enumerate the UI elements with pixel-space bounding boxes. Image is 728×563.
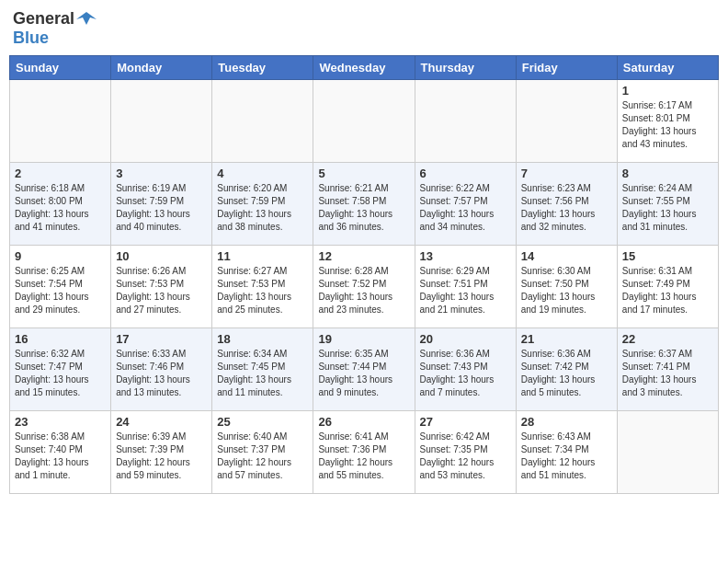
day-number: 26 — [318, 415, 409, 429]
day-info: Sunrise: 6:37 AM Sunset: 7:41 PM Dayligh… — [622, 348, 713, 399]
weekday-header-friday: Friday — [516, 56, 617, 80]
day-info: Sunrise: 6:39 AM Sunset: 7:39 PM Dayligh… — [116, 431, 207, 482]
calendar-cell: 3Sunrise: 6:19 AM Sunset: 7:59 PM Daylig… — [111, 163, 212, 246]
calendar-cell: 20Sunrise: 6:36 AM Sunset: 7:43 PM Dayli… — [415, 328, 516, 411]
day-info: Sunrise: 6:33 AM Sunset: 7:46 PM Dayligh… — [116, 348, 207, 399]
day-number: 14 — [521, 249, 612, 263]
day-number: 5 — [318, 167, 409, 180]
day-number: 16 — [15, 332, 106, 346]
day-info: Sunrise: 6:30 AM Sunset: 7:50 PM Dayligh… — [521, 265, 612, 316]
day-number: 13 — [420, 249, 511, 263]
day-number: 25 — [217, 415, 308, 429]
day-number: 10 — [116, 249, 207, 263]
day-number: 7 — [521, 167, 612, 180]
day-info: Sunrise: 6:35 AM Sunset: 7:44 PM Dayligh… — [318, 348, 409, 399]
calendar-cell — [516, 80, 617, 163]
calendar-cell: 15Sunrise: 6:31 AM Sunset: 7:49 PM Dayli… — [617, 246, 718, 328]
day-info: Sunrise: 6:34 AM Sunset: 7:45 PM Dayligh… — [217, 348, 308, 399]
day-number: 20 — [420, 332, 511, 346]
logo: General Blue — [13, 9, 97, 48]
calendar-cell: 24Sunrise: 6:39 AM Sunset: 7:39 PM Dayli… — [111, 411, 212, 494]
day-info: Sunrise: 6:22 AM Sunset: 7:57 PM Dayligh… — [420, 182, 511, 234]
calendar-cell: 19Sunrise: 6:35 AM Sunset: 7:44 PM Dayli… — [313, 328, 415, 411]
day-number: 6 — [420, 167, 511, 180]
day-info: Sunrise: 6:36 AM Sunset: 7:43 PM Dayligh… — [420, 348, 511, 399]
calendar-cell — [415, 80, 516, 163]
calendar-table: SundayMondayTuesdayWednesdayThursdayFrid… — [9, 55, 719, 494]
calendar-cell — [10, 80, 111, 163]
day-number: 4 — [217, 167, 308, 180]
day-number: 11 — [217, 249, 308, 263]
day-info: Sunrise: 6:43 AM Sunset: 7:34 PM Dayligh… — [521, 431, 612, 482]
weekday-header-sunday: Sunday — [10, 56, 111, 80]
day-number: 2 — [15, 167, 106, 180]
day-info: Sunrise: 6:20 AM Sunset: 7:59 PM Dayligh… — [217, 182, 308, 234]
day-number: 12 — [318, 249, 409, 263]
day-number: 23 — [15, 415, 106, 429]
calendar-cell — [617, 411, 718, 494]
calendar-cell — [212, 80, 313, 163]
weekday-header-tuesday: Tuesday — [212, 56, 313, 80]
calendar-cell: 9Sunrise: 6:25 AM Sunset: 7:54 PM Daylig… — [10, 246, 111, 328]
calendar-cell: 12Sunrise: 6:28 AM Sunset: 7:52 PM Dayli… — [313, 246, 415, 328]
day-info: Sunrise: 6:38 AM Sunset: 7:40 PM Dayligh… — [15, 431, 106, 482]
day-info: Sunrise: 6:32 AM Sunset: 7:47 PM Dayligh… — [15, 348, 106, 399]
calendar-cell: 7Sunrise: 6:23 AM Sunset: 7:56 PM Daylig… — [516, 163, 617, 246]
day-number: 18 — [217, 332, 308, 346]
page-header: General Blue — [9, 9, 719, 48]
calendar-cell: 28Sunrise: 6:43 AM Sunset: 7:34 PM Dayli… — [516, 411, 617, 494]
weekday-header-thursday: Thursday — [415, 56, 516, 80]
weekday-header-monday: Monday — [111, 56, 212, 80]
day-info: Sunrise: 6:23 AM Sunset: 7:56 PM Dayligh… — [521, 182, 612, 234]
day-info: Sunrise: 6:26 AM Sunset: 7:53 PM Dayligh… — [116, 265, 207, 316]
day-number: 17 — [116, 332, 207, 346]
day-info: Sunrise: 6:25 AM Sunset: 7:54 PM Dayligh… — [15, 265, 106, 316]
day-info: Sunrise: 6:36 AM Sunset: 7:42 PM Dayligh… — [521, 348, 612, 399]
day-number: 21 — [521, 332, 612, 346]
logo-bird-icon — [76, 10, 97, 29]
calendar-cell: 16Sunrise: 6:32 AM Sunset: 7:47 PM Dayli… — [10, 328, 111, 411]
calendar-cell: 18Sunrise: 6:34 AM Sunset: 7:45 PM Dayli… — [212, 328, 313, 411]
calendar-cell: 22Sunrise: 6:37 AM Sunset: 7:41 PM Dayli… — [617, 328, 718, 411]
day-number: 3 — [116, 167, 207, 180]
calendar-cell: 8Sunrise: 6:24 AM Sunset: 7:55 PM Daylig… — [617, 163, 718, 246]
day-info: Sunrise: 6:41 AM Sunset: 7:36 PM Dayligh… — [318, 431, 409, 482]
calendar-week-row: 2Sunrise: 6:18 AM Sunset: 8:00 PM Daylig… — [10, 163, 719, 246]
calendar-cell: 11Sunrise: 6:27 AM Sunset: 7:53 PM Dayli… — [212, 246, 313, 328]
calendar-cell: 25Sunrise: 6:40 AM Sunset: 7:37 PM Dayli… — [212, 411, 313, 494]
day-number: 24 — [116, 415, 207, 429]
calendar-cell: 2Sunrise: 6:18 AM Sunset: 8:00 PM Daylig… — [10, 163, 111, 246]
day-info: Sunrise: 6:24 AM Sunset: 7:55 PM Dayligh… — [622, 182, 713, 234]
day-info: Sunrise: 6:29 AM Sunset: 7:51 PM Dayligh… — [420, 265, 511, 316]
calendar-cell: 17Sunrise: 6:33 AM Sunset: 7:46 PM Dayli… — [111, 328, 212, 411]
day-number: 22 — [622, 332, 713, 346]
logo-blue-text: Blue — [13, 29, 49, 47]
day-number: 19 — [318, 332, 409, 346]
calendar-cell: 10Sunrise: 6:26 AM Sunset: 7:53 PM Dayli… — [111, 246, 212, 328]
logo-general-text: General — [13, 9, 74, 29]
day-number: 9 — [15, 249, 106, 263]
day-number: 15 — [622, 249, 713, 263]
calendar-cell: 14Sunrise: 6:30 AM Sunset: 7:50 PM Dayli… — [516, 246, 617, 328]
calendar-week-row: 9Sunrise: 6:25 AM Sunset: 7:54 PM Daylig… — [10, 246, 719, 328]
day-number: 8 — [622, 167, 713, 180]
weekday-header-wednesday: Wednesday — [313, 56, 415, 80]
calendar-cell: 4Sunrise: 6:20 AM Sunset: 7:59 PM Daylig… — [212, 163, 313, 246]
day-number: 28 — [521, 415, 612, 429]
day-info: Sunrise: 6:40 AM Sunset: 7:37 PM Dayligh… — [217, 431, 308, 482]
day-number: 27 — [420, 415, 511, 429]
weekday-header-saturday: Saturday — [617, 56, 718, 80]
calendar-cell — [313, 80, 415, 163]
calendar-cell: 1Sunrise: 6:17 AM Sunset: 8:01 PM Daylig… — [617, 80, 718, 163]
calendar-header-row: SundayMondayTuesdayWednesdayThursdayFrid… — [10, 56, 719, 80]
calendar-cell: 6Sunrise: 6:22 AM Sunset: 7:57 PM Daylig… — [415, 163, 516, 246]
day-info: Sunrise: 6:42 AM Sunset: 7:35 PM Dayligh… — [420, 431, 511, 482]
calendar-cell: 13Sunrise: 6:29 AM Sunset: 7:51 PM Dayli… — [415, 246, 516, 328]
calendar-cell: 27Sunrise: 6:42 AM Sunset: 7:35 PM Dayli… — [415, 411, 516, 494]
calendar-cell: 23Sunrise: 6:38 AM Sunset: 7:40 PM Dayli… — [10, 411, 111, 494]
day-info: Sunrise: 6:28 AM Sunset: 7:52 PM Dayligh… — [318, 265, 409, 316]
calendar-cell: 26Sunrise: 6:41 AM Sunset: 7:36 PM Dayli… — [313, 411, 415, 494]
svg-marker-0 — [76, 12, 97, 25]
day-number: 1 — [622, 84, 713, 98]
day-info: Sunrise: 6:19 AM Sunset: 7:59 PM Dayligh… — [116, 182, 207, 234]
